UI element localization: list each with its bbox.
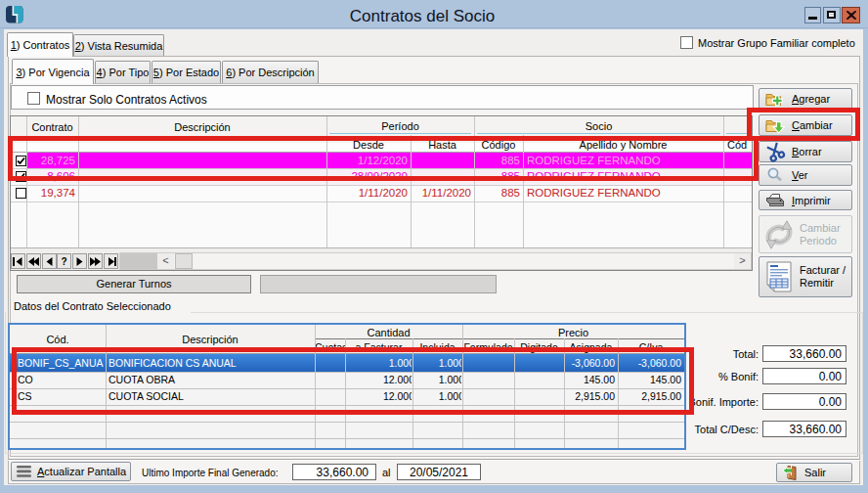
svg-text:?: ?	[62, 257, 67, 266]
